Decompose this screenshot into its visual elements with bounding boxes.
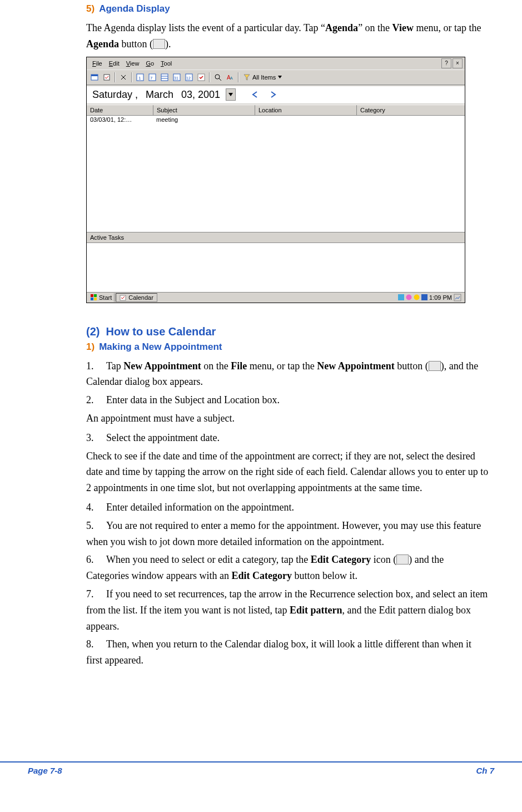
cell-date: 03/03/01, 12:… <box>87 116 153 123</box>
step-3: 3.Select the appointment date. <box>86 430 489 446</box>
tray-icon-1[interactable] <box>398 294 404 300</box>
delete-icon[interactable] <box>118 72 129 83</box>
agenda-icon <box>153 39 165 49</box>
events-grid: Date Subject Location Category 03/03/01,… <box>87 105 465 232</box>
footer-right: Ch 7 <box>476 763 494 775</box>
desktop-icon[interactable] <box>454 294 461 301</box>
date-bar: Saturday , March 03, 2001 <box>87 85 465 105</box>
day-view-icon[interactable]: 1 <box>135 72 146 83</box>
clock: 1:09 PM <box>429 294 452 301</box>
svg-line-16 <box>219 78 221 81</box>
month-view-icon[interactable]: 31 <box>171 72 182 83</box>
system-tray: 1:09 PM <box>396 294 464 301</box>
col-date[interactable]: Date <box>87 105 153 115</box>
week2-view-icon[interactable] <box>159 72 170 83</box>
subheading-number: 1) <box>86 341 95 352</box>
agenda-view-icon[interactable] <box>196 72 207 83</box>
svg-text:A: A <box>230 76 233 80</box>
svg-rect-22 <box>94 298 97 300</box>
svg-rect-28 <box>454 294 461 301</box>
svg-rect-21 <box>91 298 93 300</box>
svg-rect-19 <box>91 294 93 297</box>
menu-file[interactable]: FFileile <box>89 60 106 67</box>
svg-text:31: 31 <box>174 76 178 80</box>
new-task-icon[interactable] <box>101 72 112 83</box>
find-icon[interactable] <box>212 72 223 83</box>
toolbar: 1 7 31 12 AA All Items <box>87 70 465 85</box>
calendar-screenshot: FFileile Edit View Go Tool ? × 1 7 31 12… <box>86 57 465 303</box>
heading-2: (2) How to use Calendar <box>86 325 489 338</box>
taskbar-app-calendar[interactable]: Calendar <box>116 293 157 302</box>
step-4: 4.Enter detailed information on the appo… <box>86 499 489 516</box>
next-day-button[interactable] <box>267 88 279 101</box>
svg-text:12: 12 <box>186 76 191 80</box>
step-2-note: An appointment must have a subject. <box>86 410 489 427</box>
svg-rect-20 <box>94 294 97 297</box>
menu-edit[interactable]: Edit <box>106 60 123 67</box>
prev-day-button[interactable] <box>249 88 261 101</box>
step-1: 1.Tap New Appointment on the File menu, … <box>86 358 489 390</box>
week-view-icon[interactable]: 7 <box>147 72 158 83</box>
filter-all-items[interactable]: All Items <box>241 72 285 83</box>
close-button[interactable]: × <box>453 58 463 68</box>
step-5: 5.You are not required to enter a memo f… <box>86 518 489 550</box>
col-subject[interactable]: Subject <box>153 105 255 115</box>
svg-point-25 <box>406 295 412 300</box>
intro-paragraph: The Agenda display lists the event of a … <box>86 20 489 52</box>
tray-icon-3[interactable] <box>414 294 420 300</box>
col-category[interactable]: Category <box>357 105 465 115</box>
tray-icon-4[interactable] <box>421 294 427 300</box>
taskbar: Start Calendar 1:09 PM <box>87 292 465 303</box>
start-button[interactable]: Start <box>88 293 115 302</box>
menu-tool[interactable]: Tool <box>157 60 175 67</box>
menu-view[interactable]: View <box>123 60 143 67</box>
active-tasks-header[interactable]: Active Tasks <box>87 232 465 243</box>
help-button[interactable]: ? <box>441 58 451 68</box>
cell-subject: meeting <box>153 116 254 123</box>
svg-rect-24 <box>398 294 404 300</box>
svg-rect-2 <box>104 75 110 80</box>
step-7: 7.If you need to set recurrences, tap th… <box>86 586 489 634</box>
new-appointment-icon[interactable] <box>89 72 100 83</box>
step-6: 6.When you need to select or edit a cate… <box>86 552 489 584</box>
font-icon[interactable]: AA <box>225 72 236 83</box>
step-2: 2.Enter data in the Subject and Location… <box>86 392 489 408</box>
date-day: 03, 2001 <box>179 88 222 101</box>
date-weekday: Saturday , <box>90 88 140 101</box>
heading-title: Agenda Display <box>99 3 170 14</box>
svg-rect-7 <box>161 74 168 81</box>
menu-go[interactable]: Go <box>142 60 157 67</box>
tray-icon-2[interactable] <box>406 294 412 300</box>
twelve-view-icon[interactable]: 12 <box>183 72 195 83</box>
svg-rect-1 <box>91 75 98 76</box>
edit-category-inline-icon <box>396 554 409 565</box>
table-row[interactable]: 03/03/01, 12:… meeting <box>87 116 465 123</box>
footer-left: Page 7-8 <box>28 763 62 775</box>
svg-rect-27 <box>421 294 427 300</box>
col-location[interactable]: Location <box>255 105 357 115</box>
svg-text:7: 7 <box>150 76 153 81</box>
step-8: 8.Then, when you return to the Calendar … <box>86 636 489 669</box>
svg-text:1: 1 <box>138 76 141 81</box>
new-appointment-inline-icon <box>429 361 441 371</box>
svg-point-15 <box>215 75 220 79</box>
svg-point-26 <box>414 295 420 300</box>
heading-number: 5) <box>86 3 95 14</box>
step-3-note: Check to see if the date and time of the… <box>86 448 489 496</box>
subheading-title: Making a New Appointment <box>99 341 222 352</box>
menubar: FFileile Edit View Go Tool ? × <box>87 57 465 70</box>
filter-icon <box>243 74 250 81</box>
tasks-area <box>87 243 465 292</box>
date-month: March <box>143 88 176 101</box>
date-dropdown[interactable] <box>226 88 236 101</box>
windows-icon <box>90 294 98 301</box>
calendar-app-icon <box>120 294 126 301</box>
page-footer: Page 7-8 Ch 7 <box>0 761 522 775</box>
